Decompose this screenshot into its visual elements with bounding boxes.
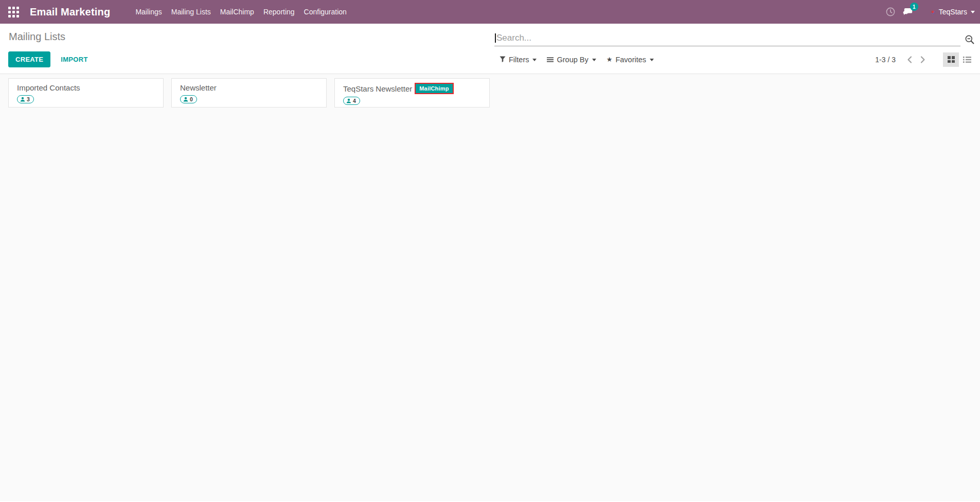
messages-button[interactable]: 1	[899, 0, 917, 24]
filters-dropdown[interactable]: Filters	[494, 53, 542, 66]
mailchimp-tag: MailChimp	[416, 84, 452, 93]
person-icon	[20, 97, 25, 102]
contact-count-pill: 4	[343, 97, 360, 105]
import-button[interactable]: IMPORT	[54, 51, 95, 67]
group-by-dropdown[interactable]: Group By	[542, 53, 601, 66]
group-by-label: Group By	[557, 56, 588, 64]
menu-item-mailings[interactable]: Mailings	[131, 0, 166, 24]
favorites-label: Favorites	[615, 56, 646, 64]
pager-next-button[interactable]	[916, 53, 930, 66]
person-icon	[346, 98, 351, 103]
caret-down-icon	[650, 59, 654, 61]
menu-item-mailchimp[interactable]: MailChimp	[216, 0, 259, 24]
search-options-row: Filters Group By ★ Favorites 1-3 / 3	[494, 51, 976, 67]
pager: 1-3 / 3	[875, 53, 930, 66]
person-icon	[183, 97, 188, 102]
contact-count-pill: 0	[180, 95, 197, 103]
filter-funnel-icon	[500, 56, 506, 63]
activities-button[interactable]	[882, 0, 899, 24]
card-name: TeqStars Newsletter	[343, 84, 412, 94]
clock-icon	[885, 7, 896, 17]
action-buttons: CREATE IMPORT	[8, 51, 494, 67]
kanban-view-button[interactable]	[943, 52, 959, 67]
contact-count: 0	[190, 96, 193, 102]
topbar-right: 1 ✶ TeqStars	[882, 0, 975, 24]
top-nav: Mailings Mailing Lists MailChimp Reporti…	[131, 0, 351, 24]
chevron-left-icon	[906, 56, 913, 64]
caret-down-icon	[532, 59, 537, 61]
search-options-button[interactable]	[965, 34, 975, 45]
chevron-down-icon	[971, 11, 975, 13]
apps-menu-button[interactable]	[4, 3, 23, 21]
kanban-view-icon	[948, 56, 955, 63]
group-by-bars-icon	[547, 57, 554, 63]
kanban-view: Imported Contacts 3 Newsletter 0	[0, 74, 980, 501]
apps-grid-icon	[8, 7, 19, 17]
favorites-dropdown[interactable]: ★ Favorites	[601, 53, 659, 66]
messages-count-badge: 1	[910, 3, 918, 11]
mailing-list-card-newsletter[interactable]: Newsletter 0	[171, 78, 327, 107]
filters-label: Filters	[509, 56, 529, 64]
topbar: Email Marketing Mailings Mailing Lists M…	[0, 0, 980, 24]
list-view-icon	[963, 56, 971, 63]
search-input[interactable]	[494, 32, 960, 46]
contact-count: 3	[27, 96, 30, 102]
mailing-list-card-teqstars-newsletter[interactable]: TeqStars Newsletter MailChimp 4	[334, 78, 490, 107]
card-name: Imported Contacts	[17, 83, 80, 93]
app-title[interactable]: Email Marketing	[30, 6, 110, 18]
menu-item-reporting[interactable]: Reporting	[259, 0, 299, 24]
star-icon: ★	[607, 56, 613, 63]
user-name: TeqStars	[939, 8, 967, 16]
magnifier-minus-icon	[965, 34, 975, 45]
card-name: Newsletter	[180, 83, 217, 93]
control-panel: Mailing Lists CREATE IMPORT Filters	[0, 24, 980, 74]
pager-previous-button[interactable]	[903, 53, 916, 66]
contact-count-pill: 3	[17, 95, 34, 103]
view-switcher	[943, 52, 975, 67]
list-view-button[interactable]	[959, 52, 975, 67]
create-button[interactable]: CREATE	[8, 51, 50, 67]
mailing-list-card-imported-contacts[interactable]: Imported Contacts 3	[8, 78, 164, 107]
caret-down-icon	[592, 59, 596, 61]
pager-range: 1-3 / 3	[875, 56, 896, 64]
menu-item-configuration[interactable]: Configuration	[299, 0, 351, 24]
text-cursor	[495, 33, 496, 43]
mailing-list-cards: Imported Contacts 3 Newsletter 0	[8, 78, 972, 107]
mailchimp-tag-highlight-box: MailChimp	[415, 83, 453, 94]
page-title: Mailing Lists	[9, 30, 494, 46]
star-logo-icon: ✶	[930, 9, 936, 15]
chevron-right-icon	[920, 56, 926, 64]
contact-count: 4	[353, 98, 356, 104]
search-bar	[494, 29, 976, 46]
user-menu[interactable]: ✶ TeqStars	[930, 8, 975, 16]
menu-item-mailing-lists[interactable]: Mailing Lists	[167, 0, 216, 24]
